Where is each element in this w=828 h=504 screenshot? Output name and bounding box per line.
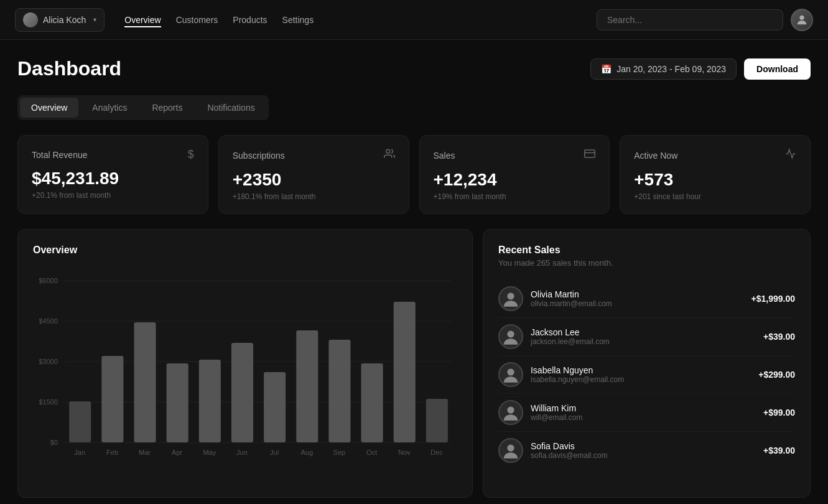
tab-reports[interactable]: Reports: [141, 98, 193, 118]
users-icon: [384, 148, 395, 162]
svg-point-43: [507, 368, 514, 375]
tab-analytics[interactable]: Analytics: [81, 98, 138, 118]
nav-links: Overview Customers Products Settings: [124, 12, 314, 27]
tab-notifications[interactable]: Notifications: [196, 98, 266, 118]
sale-email: olivia.martin@email.com: [531, 299, 612, 308]
nav-link-products[interactable]: Products: [233, 12, 267, 27]
nav-link-customers[interactable]: Customers: [176, 12, 218, 27]
svg-rect-14: [69, 401, 91, 442]
svg-point-41: [507, 330, 514, 337]
stat-value-active: +573: [634, 170, 796, 190]
stat-card-subscriptions: Subscriptions +2350 +180.1% from last mo…: [218, 135, 409, 214]
svg-text:Sep: Sep: [333, 449, 346, 456]
nav-link-settings[interactable]: Settings: [282, 12, 314, 27]
chevron-down-icon: ▾: [93, 16, 96, 23]
activity-icon: [785, 148, 796, 162]
svg-text:Aug: Aug: [300, 449, 313, 456]
stat-card-revenue: Total Revenue $ $45,231.89 +20.1% from l…: [17, 135, 208, 214]
chart-title: Overview: [33, 245, 457, 256]
recent-sales-subtitle: You made 265 sales this month.: [498, 258, 795, 268]
avatar-olivia: [498, 286, 523, 311]
stat-sub-sales: +19% from last month: [434, 192, 596, 201]
stat-card-header: Total Revenue $: [32, 148, 194, 161]
user-name: Alicia Koch: [43, 15, 86, 25]
page-title: Dashboard: [17, 57, 121, 80]
stat-value-subscriptions: +2350: [233, 170, 395, 190]
svg-rect-16: [134, 322, 156, 442]
sale-name: William Kim: [531, 403, 583, 413]
avatar-jackson: [498, 324, 523, 349]
svg-rect-25: [426, 399, 448, 442]
sale-amount: +$39.00: [763, 446, 795, 455]
date-picker[interactable]: 📅 Jan 20, 2023 - Feb 09, 2023: [590, 58, 737, 80]
stat-cards: Total Revenue $ $45,231.89 +20.1% from l…: [17, 135, 811, 214]
sale-amount: +$39.00: [763, 332, 795, 342]
sale-info: Sofia Davis sofia.davis@email.com: [531, 441, 608, 460]
svg-rect-24: [394, 302, 416, 442]
svg-text:$4500: $4500: [39, 317, 58, 325]
svg-rect-15: [101, 356, 123, 442]
chart-area: $6000 $4500 $3000 $1500 $0: [33, 268, 457, 482]
search-input[interactable]: [597, 9, 783, 30]
stat-card-sales: Sales +12,234 +19% from last month: [419, 135, 610, 214]
avatar-isabella: [498, 362, 523, 387]
stat-sub-revenue: +20.1% from last month: [32, 191, 194, 200]
main-content: Dashboard 📅 Jan 20, 2023 - Feb 09, 2023 …: [0, 40, 828, 504]
svg-text:Dec: Dec: [430, 449, 443, 456]
sale-info: Olivia Martin olivia.martin@email.com: [531, 289, 612, 308]
stat-card-header: Active Now: [634, 148, 796, 162]
card-icon: [584, 148, 595, 162]
sale-left: William Kim will@email.com: [498, 400, 583, 425]
sale-item-4: Sofia Davis sofia.davis@email.com +$39.0…: [498, 432, 795, 469]
download-button[interactable]: Download: [744, 58, 811, 80]
sale-name: Jackson Lee: [531, 327, 610, 337]
svg-text:Nov: Nov: [398, 449, 411, 456]
user-badge[interactable]: Alicia Koch ▾: [15, 8, 105, 32]
chart-svg: $6000 $4500 $3000 $1500 $0: [33, 268, 457, 480]
svg-text:$1500: $1500: [39, 398, 58, 406]
svg-rect-20: [264, 372, 286, 442]
navbar: Alicia Koch ▾ Overview Customers Product…: [0, 0, 828, 40]
svg-rect-19: [231, 343, 253, 442]
sale-email: jackson.lee@email.com: [531, 337, 610, 346]
sale-name: Olivia Martin: [531, 289, 612, 299]
nav-left: Alicia Koch ▾ Overview Customers Product…: [15, 8, 314, 32]
stat-value-sales: +12,234: [434, 170, 596, 190]
svg-text:Mar: Mar: [139, 449, 151, 456]
stat-card-header: Sales: [434, 148, 596, 162]
calendar-icon: 📅: [601, 64, 612, 74]
chart-card: Overview $6000 $4500 $3000 $1500 $0: [17, 229, 473, 498]
nav-right: [597, 9, 813, 31]
svg-text:$3000: $3000: [39, 358, 58, 365]
stat-card-header: Subscriptions: [233, 148, 395, 162]
svg-point-47: [507, 444, 514, 451]
svg-rect-2: [585, 150, 595, 157]
sale-left: Jackson Lee jackson.lee@email.com: [498, 324, 610, 349]
svg-text:Jan: Jan: [74, 449, 85, 456]
svg-point-1: [386, 149, 389, 153]
svg-point-0: [799, 15, 804, 19]
sale-info: William Kim will@email.com: [531, 403, 583, 422]
sale-left: Isabella Nguyen isabella.nguyen@email.co…: [498, 362, 624, 387]
sale-item-1: Jackson Lee jackson.lee@email.com +$39.0…: [498, 318, 795, 356]
stat-label-active: Active Now: [634, 151, 677, 161]
date-range-label: Jan 20, 2023 - Feb 09, 2023: [616, 64, 726, 74]
sale-left: Sofia Davis sofia.davis@email.com: [498, 438, 608, 463]
tabs-bar: Overview Analytics Reports Notifications: [17, 95, 269, 120]
svg-text:May: May: [203, 449, 216, 456]
sale-name: Sofia Davis: [531, 441, 608, 451]
profile-avatar[interactable]: [791, 9, 813, 31]
nav-link-overview[interactable]: Overview: [124, 12, 160, 27]
tab-overview[interactable]: Overview: [20, 98, 78, 118]
stat-label-revenue: Total Revenue: [32, 150, 88, 160]
user-avatar: [23, 12, 38, 27]
stat-card-active: Active Now +573 +201 since last hour: [620, 135, 811, 214]
svg-rect-18: [199, 360, 221, 442]
svg-text:Oct: Oct: [366, 449, 377, 456]
svg-rect-23: [361, 363, 383, 442]
svg-rect-17: [167, 363, 188, 442]
svg-text:$6000: $6000: [39, 277, 58, 284]
bottom-grid: Overview $6000 $4500 $3000 $1500 $0: [17, 229, 811, 498]
recent-sales-title: Recent Sales: [498, 245, 795, 256]
avatar-william: [498, 400, 523, 425]
